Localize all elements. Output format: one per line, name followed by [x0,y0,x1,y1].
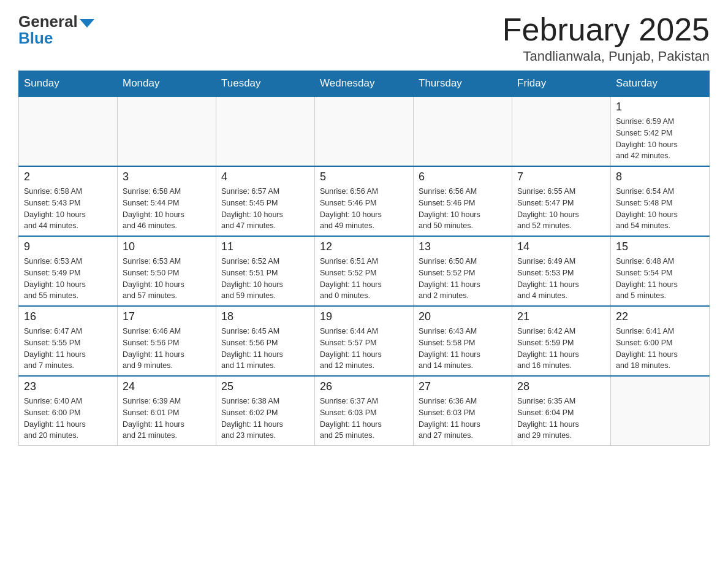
calendar-cell: 5Sunrise: 6:56 AM Sunset: 5:46 PM Daylig… [315,166,414,236]
weekday-header-row: SundayMondayTuesdayWednesdayThursdayFrid… [19,71,710,97]
location-subtitle: Tandlianwala, Punjab, Pakistan [502,48,710,64]
calendar-cell: 1Sunrise: 6:59 AM Sunset: 5:42 PM Daylig… [611,96,710,166]
day-number: 2 [24,170,112,183]
calendar-cell: 18Sunrise: 6:45 AM Sunset: 5:56 PM Dayli… [216,306,315,376]
day-number: 5 [320,170,408,183]
day-info: Sunrise: 6:58 AM Sunset: 5:44 PM Dayligh… [123,186,211,232]
day-info: Sunrise: 6:59 AM Sunset: 5:42 PM Dayligh… [616,116,704,162]
calendar-cell: 25Sunrise: 6:38 AM Sunset: 6:02 PM Dayli… [216,376,315,446]
day-number: 16 [24,310,112,323]
calendar-table: SundayMondayTuesdayWednesdayThursdayFrid… [18,71,710,446]
calendar-cell: 22Sunrise: 6:41 AM Sunset: 6:00 PM Dayli… [611,306,710,376]
weekday-header: Sunday [19,71,118,97]
day-info: Sunrise: 6:58 AM Sunset: 5:43 PM Dayligh… [24,186,112,232]
weekday-header: Wednesday [315,71,414,97]
calendar-cell [414,96,512,166]
day-number: 20 [419,310,507,323]
day-info: Sunrise: 6:39 AM Sunset: 6:01 PM Dayligh… [123,396,211,442]
weekday-header: Tuesday [216,71,315,97]
day-info: Sunrise: 6:42 AM Sunset: 5:59 PM Dayligh… [517,326,605,372]
calendar-week-row: 23Sunrise: 6:40 AM Sunset: 6:00 PM Dayli… [19,376,710,446]
calendar-cell: 15Sunrise: 6:48 AM Sunset: 5:54 PM Dayli… [611,236,710,306]
day-number: 13 [419,240,507,253]
calendar-cell: 13Sunrise: 6:50 AM Sunset: 5:52 PM Dayli… [414,236,512,306]
day-info: Sunrise: 6:57 AM Sunset: 5:45 PM Dayligh… [221,186,309,232]
calendar-cell: 12Sunrise: 6:51 AM Sunset: 5:52 PM Dayli… [315,236,414,306]
day-info: Sunrise: 6:54 AM Sunset: 5:48 PM Dayligh… [616,186,704,232]
calendar-cell: 19Sunrise: 6:44 AM Sunset: 5:57 PM Dayli… [315,306,414,376]
calendar-cell: 7Sunrise: 6:55 AM Sunset: 5:47 PM Daylig… [512,166,611,236]
calendar-cell: 8Sunrise: 6:54 AM Sunset: 5:48 PM Daylig… [611,166,710,236]
day-info: Sunrise: 6:47 AM Sunset: 5:55 PM Dayligh… [24,326,112,372]
day-info: Sunrise: 6:56 AM Sunset: 5:46 PM Dayligh… [419,186,507,232]
day-number: 17 [123,310,211,323]
day-number: 18 [221,310,309,323]
calendar-week-row: 16Sunrise: 6:47 AM Sunset: 5:55 PM Dayli… [19,306,710,376]
day-info: Sunrise: 6:56 AM Sunset: 5:46 PM Dayligh… [320,186,408,232]
day-info: Sunrise: 6:46 AM Sunset: 5:56 PM Dayligh… [123,326,211,372]
calendar-cell [611,376,710,446]
day-number: 26 [320,380,408,393]
calendar-cell: 11Sunrise: 6:52 AM Sunset: 5:51 PM Dayli… [216,236,315,306]
day-info: Sunrise: 6:55 AM Sunset: 5:47 PM Dayligh… [517,186,605,232]
month-title: February 2025 [502,12,710,47]
day-info: Sunrise: 6:52 AM Sunset: 5:51 PM Dayligh… [221,256,309,302]
calendar-cell: 21Sunrise: 6:42 AM Sunset: 5:59 PM Dayli… [512,306,611,376]
calendar-cell: 16Sunrise: 6:47 AM Sunset: 5:55 PM Dayli… [19,306,118,376]
calendar-cell: 23Sunrise: 6:40 AM Sunset: 6:00 PM Dayli… [19,376,118,446]
day-number: 10 [123,240,211,253]
day-number: 22 [616,310,704,323]
weekday-header: Thursday [414,71,512,97]
calendar-cell: 14Sunrise: 6:49 AM Sunset: 5:53 PM Dayli… [512,236,611,306]
day-info: Sunrise: 6:50 AM Sunset: 5:52 PM Dayligh… [419,256,507,302]
calendar-cell: 27Sunrise: 6:36 AM Sunset: 6:03 PM Dayli… [414,376,512,446]
calendar-cell: 3Sunrise: 6:58 AM Sunset: 5:44 PM Daylig… [118,166,216,236]
day-number: 4 [221,170,309,183]
calendar-cell: 28Sunrise: 6:35 AM Sunset: 6:04 PM Dayli… [512,376,611,446]
calendar-week-row: 2Sunrise: 6:58 AM Sunset: 5:43 PM Daylig… [19,166,710,236]
day-number: 11 [221,240,309,253]
day-number: 14 [517,240,605,253]
day-info: Sunrise: 6:51 AM Sunset: 5:52 PM Dayligh… [320,256,408,302]
weekday-header: Friday [512,71,611,97]
calendar-cell: 24Sunrise: 6:39 AM Sunset: 6:01 PM Dayli… [118,376,216,446]
day-number: 24 [123,380,211,393]
calendar-cell: 10Sunrise: 6:53 AM Sunset: 5:50 PM Dayli… [118,236,216,306]
day-number: 28 [517,380,605,393]
day-number: 8 [616,170,704,183]
day-number: 9 [24,240,112,253]
day-info: Sunrise: 6:40 AM Sunset: 6:00 PM Dayligh… [24,396,112,442]
day-number: 3 [123,170,211,183]
day-info: Sunrise: 6:37 AM Sunset: 6:03 PM Dayligh… [320,396,408,442]
calendar-week-row: 1Sunrise: 6:59 AM Sunset: 5:42 PM Daylig… [19,96,710,166]
calendar-cell: 4Sunrise: 6:57 AM Sunset: 5:45 PM Daylig… [216,166,315,236]
day-info: Sunrise: 6:36 AM Sunset: 6:03 PM Dayligh… [419,396,507,442]
day-info: Sunrise: 6:41 AM Sunset: 6:00 PM Dayligh… [616,326,704,372]
calendar-cell: 6Sunrise: 6:56 AM Sunset: 5:46 PM Daylig… [414,166,512,236]
day-info: Sunrise: 6:38 AM Sunset: 6:02 PM Dayligh… [221,396,309,442]
day-number: 7 [517,170,605,183]
day-number: 6 [419,170,507,183]
day-info: Sunrise: 6:44 AM Sunset: 5:57 PM Dayligh… [320,326,408,372]
calendar-cell [118,96,216,166]
day-info: Sunrise: 6:45 AM Sunset: 5:56 PM Dayligh… [221,326,309,372]
day-info: Sunrise: 6:53 AM Sunset: 5:50 PM Dayligh… [123,256,211,302]
calendar-cell [19,96,118,166]
weekday-header: Saturday [611,71,710,97]
day-info: Sunrise: 6:49 AM Sunset: 5:53 PM Dayligh… [517,256,605,302]
day-number: 1 [616,101,704,113]
title-block: February 2025 Tandlianwala, Punjab, Paki… [502,12,710,64]
calendar-cell [216,96,315,166]
day-info: Sunrise: 6:48 AM Sunset: 5:54 PM Dayligh… [616,256,704,302]
day-number: 21 [517,310,605,323]
page-header: General Blue February 2025 Tandlianwala,… [18,12,710,64]
day-number: 27 [419,380,507,393]
day-info: Sunrise: 6:43 AM Sunset: 5:58 PM Dayligh… [419,326,507,372]
calendar-cell [512,96,611,166]
calendar-cell: 26Sunrise: 6:37 AM Sunset: 6:03 PM Dayli… [315,376,414,446]
calendar-cell [315,96,414,166]
day-info: Sunrise: 6:35 AM Sunset: 6:04 PM Dayligh… [517,396,605,442]
calendar-cell: 20Sunrise: 6:43 AM Sunset: 5:58 PM Dayli… [414,306,512,376]
calendar-week-row: 9Sunrise: 6:53 AM Sunset: 5:49 PM Daylig… [19,236,710,306]
day-info: Sunrise: 6:53 AM Sunset: 5:49 PM Dayligh… [24,256,112,302]
